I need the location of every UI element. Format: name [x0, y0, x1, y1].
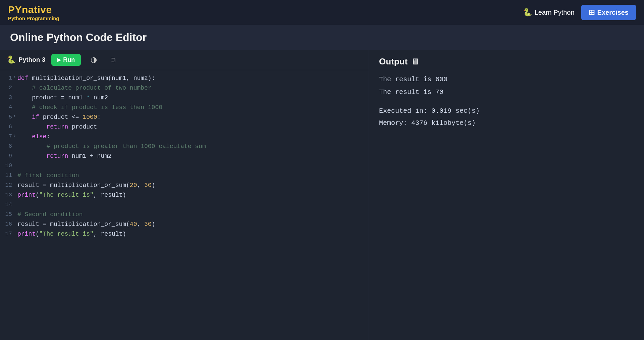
- python-version-label: Python 3: [18, 56, 45, 63]
- output-panel: Output 🖥 The result is 600 The result is…: [369, 50, 644, 340]
- code-line: 9 return num1 + num2: [0, 151, 369, 161]
- line-code: print("The result is", result): [17, 190, 369, 200]
- contrast-icon: ◑: [89, 55, 98, 64]
- exercises-icon: ⊞: [589, 8, 595, 17]
- output-spacer: [379, 99, 634, 105]
- line-number: 14: [0, 200, 17, 209]
- line-number: 1: [0, 74, 17, 83]
- header: PYnative Python Programming 🐍 Learn Pyth…: [0, 0, 644, 25]
- output-line-2: The result is 70: [379, 86, 634, 98]
- editor-panel: 🐍 Python 3 ▶ Run ◑ ⧉ 1def multiplication…: [0, 50, 369, 340]
- logo-area: PYnative Python Programming: [8, 4, 59, 21]
- line-code: # calculate product of two number: [17, 83, 369, 93]
- line-number: 17: [0, 229, 17, 238]
- line-code: result = multiplication_or_sum(20, 30): [17, 181, 369, 190]
- line-code: # product is greater than 1000 calculate…: [17, 142, 369, 151]
- exercises-label: Exercises: [597, 9, 629, 16]
- line-number: 13: [0, 190, 17, 199]
- line-code: product = num1 * num2: [17, 93, 369, 103]
- code-line: 7 else:: [0, 132, 369, 142]
- executed-in-label: Executed in: 0.019 sec(s): [379, 105, 634, 117]
- line-number: 10: [0, 161, 17, 170]
- play-icon: ▶: [57, 57, 61, 62]
- code-line: 12result = multiplication_or_sum(20, 30): [0, 181, 369, 190]
- code-line: 13print("The result is", result): [0, 190, 369, 200]
- line-number: 9: [0, 151, 17, 160]
- code-line: 16result = multiplication_or_sum(40, 30): [0, 220, 369, 229]
- line-code: if product <= 1000:: [17, 112, 369, 122]
- line-number: 5: [0, 112, 17, 122]
- line-number: 7: [0, 132, 17, 141]
- copy-button[interactable]: ⧉: [106, 54, 120, 66]
- code-line: 10: [0, 161, 369, 171]
- memory-label: Memory: 4376 kilobyte(s): [379, 117, 634, 129]
- output-line-1: The result is 600: [379, 74, 634, 86]
- monitor-icon: 🖥: [411, 57, 419, 66]
- code-editor[interactable]: 1def multiplication_or_sum(num1, num2):2…: [0, 70, 369, 340]
- run-button[interactable]: ▶ Run: [51, 54, 81, 66]
- line-number: 2: [0, 83, 17, 92]
- line-code: return num1 + num2: [17, 151, 369, 161]
- editor-toolbar: 🐍 Python 3 ▶ Run ◑ ⧉: [0, 50, 369, 70]
- line-number: 3: [0, 93, 17, 102]
- page-title: Online Python Code Editor: [10, 31, 634, 44]
- code-line: 15# Second condition: [0, 210, 369, 220]
- line-number: 15: [0, 210, 17, 219]
- code-line: 4 # check if product is less then 1000: [0, 103, 369, 112]
- line-code: print("The result is", result): [17, 229, 369, 239]
- code-line: 5 if product <= 1000:: [0, 112, 369, 122]
- exercises-button[interactable]: ⊞ Exercises: [581, 5, 636, 20]
- output-content: The result is 600 The result is 70 Execu…: [379, 74, 634, 129]
- python-icon: 🐍: [523, 8, 532, 17]
- copy-icon: ⧉: [108, 55, 118, 64]
- output-label: Output: [379, 56, 408, 67]
- code-line: 14: [0, 200, 369, 210]
- code-line: 1def multiplication_or_sum(num1, num2):: [0, 74, 369, 83]
- line-code: # check if product is less then 1000: [17, 103, 369, 112]
- code-line: 8 # product is greater than 1000 calcula…: [0, 142, 369, 151]
- page-title-bar: Online Python Code Editor: [0, 25, 644, 50]
- line-code: return product: [17, 122, 369, 132]
- line-number: 4: [0, 103, 17, 112]
- learn-python-button[interactable]: 🐍 Learn Python: [523, 8, 575, 17]
- theme-toggle-button[interactable]: ◑: [87, 54, 100, 66]
- line-number: 12: [0, 181, 17, 190]
- main-layout: 🐍 Python 3 ▶ Run ◑ ⧉ 1def multiplication…: [0, 50, 644, 340]
- python-version-badge: 🐍 Python 3: [7, 55, 45, 64]
- line-number: 6: [0, 122, 17, 131]
- python-snake-icon: 🐍: [7, 55, 16, 64]
- line-code: result = multiplication_or_sum(40, 30): [17, 220, 369, 229]
- line-code: # first condition: [17, 171, 369, 181]
- line-number: 8: [0, 142, 17, 151]
- run-label: Run: [63, 56, 75, 63]
- line-code: else:: [17, 132, 369, 142]
- line-code: # Second condition: [17, 210, 369, 220]
- logo-text: PYnative: [8, 4, 59, 15]
- logo-subtitle: Python Programming: [8, 15, 59, 21]
- line-number: 16: [0, 220, 17, 229]
- line-number: 11: [0, 171, 17, 180]
- code-line: 17print("The result is", result): [0, 229, 369, 239]
- learn-python-label: Learn Python: [535, 9, 575, 16]
- code-line: 6 return product: [0, 122, 369, 132]
- nav-area: 🐍 Learn Python ⊞ Exercises: [523, 5, 636, 20]
- line-code: def multiplication_or_sum(num1, num2):: [17, 74, 369, 83]
- output-title: Output 🖥: [379, 56, 634, 67]
- code-line: 11# first condition: [0, 171, 369, 181]
- code-line: 3 product = num1 * num2: [0, 93, 369, 103]
- code-line: 2 # calculate product of two number: [0, 83, 369, 93]
